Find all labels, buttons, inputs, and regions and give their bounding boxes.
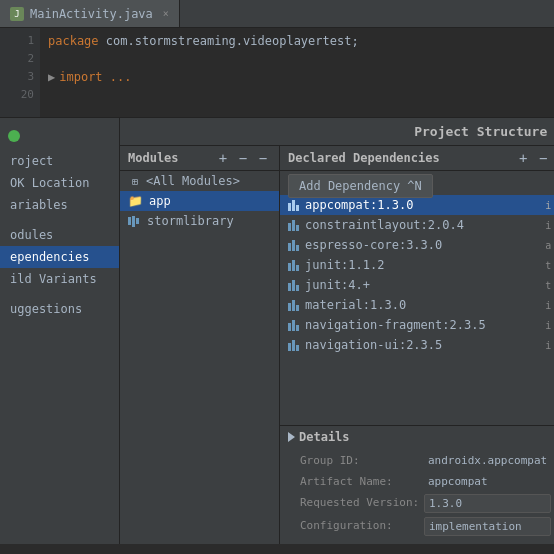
dep-item-material[interactable]: material:1.3.0 i: [280, 295, 554, 315]
details-header[interactable]: Details: [280, 426, 554, 448]
tab-filename: MainActivity.java: [30, 7, 153, 21]
tab-close-button[interactable]: ×: [163, 8, 169, 19]
module-app[interactable]: 📁 app: [120, 191, 279, 211]
module-stormlibrary[interactable]: stormlibrary: [120, 211, 279, 231]
modules-collapse-button[interactable]: −: [255, 150, 271, 166]
project-structure-panel: Project Structure Modules + − − ⊞ <All M…: [120, 118, 554, 544]
line-number: 1: [6, 32, 34, 50]
dep-item-junit4[interactable]: junit:4.+ t: [280, 275, 554, 295]
line-number: 2: [6, 50, 34, 68]
code-line-20: [48, 86, 546, 104]
group-id-label: Group ID:: [300, 452, 420, 469]
dep-item-appcompat[interactable]: appcompat:1.3.0 i: [280, 195, 554, 215]
dep-icon-appcompat: [288, 200, 299, 211]
dep-icon-nav-ui: [288, 340, 299, 351]
tab-bar: J MainActivity.java ×: [0, 0, 554, 28]
code-line-3: ▶import ...: [48, 68, 546, 86]
dep-remove-button[interactable]: −: [535, 150, 551, 166]
code-lines: package com.stormstreaming.videoplayerte…: [40, 28, 554, 117]
artifact-name-value: appcompat: [424, 473, 551, 490]
project-structure-header: Project Structure: [120, 118, 554, 146]
modules-toolbar: Modules + − −: [120, 146, 279, 171]
line-number: 3: [6, 68, 34, 86]
java-file-icon: J: [10, 7, 24, 21]
project-structure-body: Modules + − − ⊞ <All Modules> 📁 app: [120, 146, 554, 544]
dep-icon-material: [288, 300, 299, 311]
dep-item-constraintlayout[interactable]: constraintlayout:2.0.4 i: [280, 215, 554, 235]
dep-icon-espresso: [288, 240, 299, 251]
sidebar-item-modules[interactable]: odules: [0, 224, 119, 246]
dep-item-espresso[interactable]: espresso-core:3.3.0 a: [280, 235, 554, 255]
requested-version-value[interactable]: 1.3.0: [424, 494, 551, 513]
dependencies-toolbar: Declared Dependencies + −: [280, 146, 554, 171]
code-line-2: [48, 50, 546, 68]
declared-dependencies-title: Declared Dependencies: [288, 151, 511, 165]
details-title: Details: [299, 430, 350, 444]
configuration-value[interactable]: implementation: [424, 517, 551, 536]
configuration-label: Configuration:: [300, 517, 420, 536]
code-line-1: package com.stormstreaming.videoplayerte…: [48, 32, 546, 50]
dependencies-panel: Declared Dependencies + − Add Dependency…: [280, 146, 554, 544]
sidebar-item-dependencies[interactable]: ependencies: [0, 246, 119, 268]
main-area: roject OK Location ariables odules epend…: [0, 118, 554, 544]
sidebar-item-project[interactable]: roject: [0, 150, 119, 172]
modules-add-button[interactable]: +: [215, 150, 231, 166]
sidebar-item-sdk-location[interactable]: OK Location: [0, 172, 119, 194]
sidebar-item-variables[interactable]: ariables: [0, 194, 119, 216]
dep-item-nav-ui[interactable]: navigation-ui:2.3.5 i: [280, 335, 554, 355]
add-dependency-dropdown[interactable]: Add Dependency ^N: [288, 174, 433, 198]
modules-remove-button[interactable]: −: [235, 150, 251, 166]
module-all-modules[interactable]: ⊞ <All Modules>: [120, 171, 279, 191]
all-modules-icon: ⊞: [128, 174, 142, 188]
code-editor: 1 2 3 20 package com.stormstreaming.vide…: [0, 28, 554, 118]
line-numbers: 1 2 3 20: [0, 28, 40, 117]
dep-add-button[interactable]: +: [515, 150, 531, 166]
modules-panel: Modules + − − ⊞ <All Modules> 📁 app: [120, 146, 280, 544]
group-id-value: androidx.appcompat: [424, 452, 551, 469]
line-number: 20: [6, 86, 34, 104]
dependencies-list: appcompat:1.3.0 i constraintlayout:2.0.4…: [280, 195, 554, 425]
app-folder-icon: 📁: [128, 194, 143, 208]
details-expand-icon: [288, 432, 295, 442]
sidebar-separator: [0, 216, 119, 224]
sidebar-separator-2: [0, 290, 119, 298]
status-dot: [8, 130, 20, 142]
lib-icon: [128, 216, 139, 227]
dep-icon-nav-fragment: [288, 320, 299, 331]
dep-item-nav-fragment[interactable]: navigation-fragment:2.3.5 i: [280, 315, 554, 335]
modules-title: Modules: [128, 151, 211, 165]
dep-icon-junit112: [288, 260, 299, 271]
sidebar-item-build-variants[interactable]: ild Variants: [0, 268, 119, 290]
details-grid: Group ID: androidx.appcompat Artifact Na…: [280, 448, 554, 544]
left-sidebar: roject OK Location ariables odules epend…: [0, 118, 120, 544]
requested-version-label: Requested Version:: [300, 494, 420, 513]
dep-item-junit112[interactable]: junit:1.1.2 t: [280, 255, 554, 275]
artifact-name-label: Artifact Name:: [300, 473, 420, 490]
dep-icon-constraintlayout: [288, 220, 299, 231]
tab-mainactivity[interactable]: J MainActivity.java ×: [0, 0, 180, 27]
dep-icon-junit4: [288, 280, 299, 291]
sidebar-item-suggestions[interactable]: uggestions: [0, 298, 119, 320]
details-section: Details Group ID: androidx.appcompat Art…: [280, 425, 554, 544]
modules-list: ⊞ <All Modules> 📁 app stormlibrary: [120, 171, 279, 544]
